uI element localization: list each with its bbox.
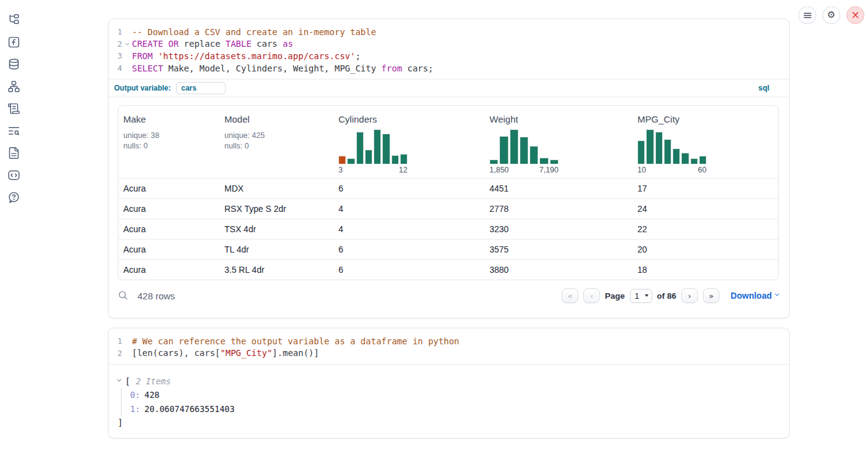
histogram-bar (539, 158, 548, 164)
chevron-down-icon (645, 294, 649, 297)
histogram-bar (681, 153, 689, 164)
axis-max-label: 7,190 (539, 166, 559, 174)
table-cell: RSX Type S 2dr (219, 204, 334, 214)
dependency-graph-icon[interactable] (7, 79, 20, 93)
histogram-bar (489, 160, 498, 164)
code-line: 1# We can reference the output variable … (108, 335, 789, 347)
last-page-button[interactable]: » (703, 288, 719, 303)
download-label: Download (731, 291, 772, 301)
close-icon[interactable]: × (846, 6, 864, 24)
file-tree-icon[interactable] (7, 13, 20, 26)
column-header[interactable]: Makeunique: 38nulls: 0 (118, 106, 219, 178)
axis-min-label: 3 (338, 166, 343, 174)
histogram-axis: 1060 (637, 166, 706, 174)
next-page-button[interactable]: › (681, 288, 698, 303)
tree-entry-value: 428 (144, 390, 159, 400)
code-token: replace (179, 39, 226, 49)
prev-page-button[interactable]: ‹ (583, 288, 600, 303)
page-label: Page (605, 291, 624, 301)
histogram-bar (356, 132, 364, 164)
code-text: -- Download a CSV and create an in-memor… (132, 27, 376, 37)
code-token: -- Download a CSV and create an in-memor… (132, 27, 376, 37)
histogram-bar (673, 148, 680, 164)
table-cell: 4451 (485, 184, 633, 193)
code-text: CREATE OR replace TABLE cars as (132, 39, 293, 49)
table-row[interactable]: AcuraTSX 4dr4323022 (118, 219, 778, 239)
close-bracket: ] (118, 416, 789, 429)
row-count: 428 rows (137, 291, 175, 301)
sql-code-editor[interactable]: 1-- Download a CSV and create an in-memo… (108, 19, 789, 79)
histogram-bar (382, 134, 390, 164)
column-header[interactable]: Modelunique: 425nulls: 0 (219, 106, 334, 178)
data-table: Makeunique: 38nulls: 0Modelunique: 425nu… (118, 105, 779, 280)
page-select[interactable]: 1 (630, 289, 652, 303)
stat-line: nulls: 0 (123, 141, 215, 152)
function-icon[interactable] (7, 35, 20, 49)
table-row[interactable]: Acura3.5 RL 4dr6388018 (118, 259, 778, 280)
code-token: ; (355, 51, 360, 61)
table-row[interactable]: AcuraMDX6445117 (118, 178, 778, 198)
code-token: as (282, 39, 293, 49)
histogram-bar (655, 132, 663, 164)
column-header[interactable]: Weight1,8507,190 (485, 106, 633, 178)
column-stats: unique: 425nulls: 0 (224, 131, 329, 152)
column-header[interactable]: Cylinders312 (334, 106, 485, 178)
stat-line: unique: 425 (224, 131, 329, 141)
table-cell: Acura (118, 265, 219, 275)
hamburger-menu-icon[interactable] (798, 6, 816, 24)
python-output: [ 2 Items 0:4281:20.060747663551403 ] (108, 365, 789, 438)
column-name: Model (224, 114, 329, 124)
table-cell: 6 (334, 265, 485, 275)
table-cell: 3575 (485, 245, 633, 254)
python-code-editor[interactable]: 1# We can reference the output variable … (108, 328, 789, 365)
table-cell: 4 (334, 224, 485, 234)
output-variable-row: Output variable: sql (108, 79, 789, 97)
column-name: Cylinders (338, 114, 480, 124)
axis-min-label: 10 (637, 166, 646, 174)
code-token: cars; (402, 63, 433, 73)
fold-indicator[interactable] (122, 42, 132, 46)
axis-max-label: 12 (399, 166, 407, 174)
code-token: cars (252, 39, 283, 49)
first-page-button[interactable]: « (562, 288, 578, 303)
histogram-bar (374, 129, 381, 164)
code-line: 1-- Download a CSV and create an in-memo… (108, 26, 789, 38)
tree-children: 0:4281:20.060747663551403 (121, 388, 789, 416)
table-header: Makeunique: 38nulls: 0Modelunique: 425nu… (118, 106, 778, 178)
table-cell: 17 (633, 184, 778, 193)
pagination: « ‹ Page 1 of 86 › » Download (562, 288, 779, 303)
database-icon[interactable] (7, 57, 20, 71)
table-row[interactable]: AcuraTL 4dr6357520 (118, 239, 778, 259)
stat-line: unique: 38 (123, 131, 215, 141)
gear-icon[interactable]: ⚙ (822, 6, 840, 24)
code-token: TABLE (226, 39, 252, 49)
code-token (163, 39, 168, 49)
document-icon[interactable] (7, 146, 20, 160)
text-search-icon[interactable] (7, 124, 20, 137)
histogram-bar (510, 129, 518, 164)
line-number: 2 (108, 39, 122, 49)
help-icon[interactable] (7, 190, 20, 204)
table-cell: 22 (633, 224, 778, 234)
stat-line: nulls: 0 (224, 141, 329, 152)
code-token: [len(cars), cars[ (132, 348, 220, 358)
output-variable-input[interactable] (176, 82, 226, 94)
code-token: # We can reference the output variable a… (132, 336, 459, 346)
search-icon[interactable] (118, 290, 129, 301)
column-stats: unique: 38nulls: 0 (123, 131, 215, 152)
tree-root-row[interactable]: [ 2 Items (118, 374, 789, 388)
table-cell: 3880 (485, 265, 633, 275)
download-button[interactable]: Download (731, 291, 779, 301)
code-text: SELECT Make, Model, Cylinders, Weight, M… (132, 63, 433, 73)
tree-entry-value: 20.060747663551403 (144, 404, 234, 414)
histogram-bar (550, 160, 559, 164)
scroll-icon[interactable] (7, 102, 20, 115)
code-token: from (382, 63, 403, 73)
column-header[interactable]: MPG_City1060 (633, 106, 778, 178)
table-cell: TSX 4dr (219, 224, 334, 234)
snippets-icon[interactable] (7, 168, 20, 182)
table-row[interactable]: AcuraRSX Type S 2dr4277824 (118, 198, 778, 219)
code-line: 4SELECT Make, Model, Cylinders, Weight, … (108, 62, 789, 75)
code-token: OR (168, 39, 179, 49)
histogram-bar (690, 158, 698, 164)
